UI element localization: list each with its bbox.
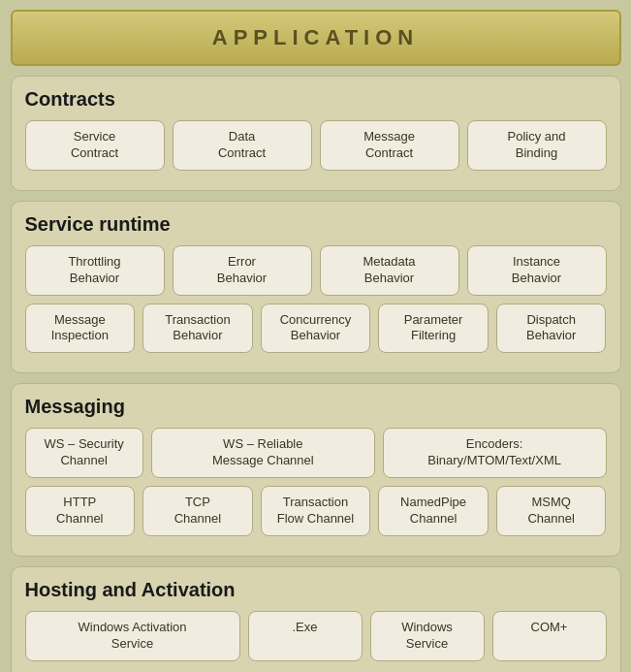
box-contracts-0-0[interactable]: ServiceContract	[25, 120, 165, 171]
box-messaging-1-2[interactable]: TransactionFlow Channel	[261, 486, 371, 536]
box-service-runtime-1-2[interactable]: ConcurrencyBehavior	[261, 304, 371, 354]
box-contracts-0-2[interactable]: MessageContract	[320, 120, 459, 171]
box-service-runtime-1-4[interactable]: DispatchBehavior	[496, 304, 607, 354]
section-hosting: Hosting and ActivationWindows Activation…	[11, 566, 621, 672]
box-contracts-0-1[interactable]: DataContract	[173, 120, 312, 171]
box-service-runtime-0-0[interactable]: ThrottlingBehavior	[25, 245, 165, 296]
box-service-runtime-0-2[interactable]: MetadataBehavior	[320, 245, 459, 296]
box-messaging-0-0[interactable]: WS – SecurityChannel	[25, 428, 143, 478]
box-messaging-0-2[interactable]: Encoders:Binary/MTOM/Text/XML	[383, 428, 607, 478]
box-hosting-0-3[interactable]: COM+	[492, 611, 607, 661]
box-contracts-0-3[interactable]: Policy andBinding	[467, 120, 607, 171]
row-service-runtime-0: ThrottlingBehaviorErrorBehaviorMetadataB…	[25, 245, 607, 296]
box-service-runtime-0-3[interactable]: InstanceBehavior	[467, 245, 607, 296]
app-title: APPLICATION	[212, 25, 419, 49]
app-container: APPLICATION ContractsServiceContractData…	[11, 10, 621, 672]
row-messaging-0: WS – SecurityChannelWS – ReliableMessage…	[25, 428, 607, 478]
row-service-runtime-1: MessageInspectionTransactionBehaviorConc…	[25, 304, 607, 354]
box-hosting-0-0[interactable]: Windows ActivationService	[25, 611, 240, 661]
section-contracts: ContractsServiceContractDataContractMess…	[11, 76, 621, 191]
box-service-runtime-0-1[interactable]: ErrorBehavior	[173, 245, 312, 296]
row-hosting-0: Windows ActivationService.ExeWindowsServ…	[25, 611, 607, 661]
box-service-runtime-1-3[interactable]: ParameterFiltering	[378, 304, 489, 354]
section-messaging: MessagingWS – SecurityChannelWS – Reliab…	[11, 383, 621, 557]
row-contracts-0: ServiceContractDataContractMessageContra…	[25, 120, 607, 171]
section-title-contracts: Contracts	[25, 88, 607, 111]
section-service-runtime: Service runtimeThrottlingBehaviorErrorBe…	[11, 201, 621, 374]
box-hosting-0-1[interactable]: .Exe	[248, 611, 363, 661]
box-messaging-1-0[interactable]: HTTPChannel	[25, 486, 136, 536]
section-title-service-runtime: Service runtime	[25, 213, 607, 236]
section-title-hosting: Hosting and Activation	[25, 579, 607, 601]
box-messaging-0-1[interactable]: WS – ReliableMessage Channel	[151, 428, 375, 478]
box-messaging-1-1[interactable]: TCPChannel	[142, 486, 253, 536]
box-messaging-1-4[interactable]: MSMQChannel	[496, 486, 607, 536]
box-service-runtime-1-0[interactable]: MessageInspection	[25, 304, 136, 354]
section-title-messaging: Messaging	[25, 396, 607, 418]
box-service-runtime-1-1[interactable]: TransactionBehavior	[142, 304, 253, 354]
row-messaging-1: HTTPChannelTCPChannelTransactionFlow Cha…	[25, 486, 607, 536]
app-title-bar: APPLICATION	[11, 10, 621, 66]
box-hosting-0-2[interactable]: WindowsService	[370, 611, 485, 661]
box-messaging-1-3[interactable]: NamedPipeChannel	[378, 486, 489, 536]
